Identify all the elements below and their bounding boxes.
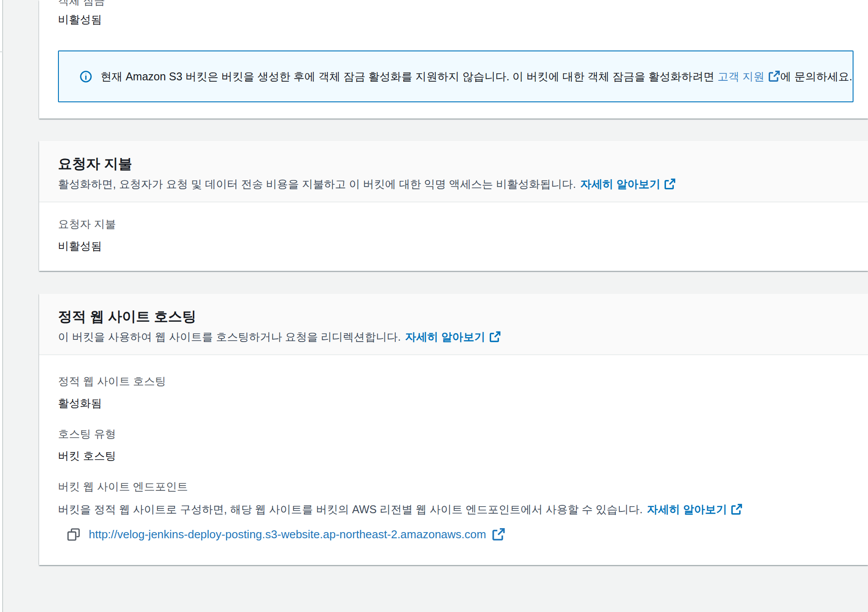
left-panel-divider bbox=[0, 51, 3, 52]
static-hosting-learn-more-link[interactable]: 자세히 알아보기 bbox=[405, 331, 485, 343]
s3-bucket-properties-page: 객체 잠금 비활성됨 현재 Amazon S3 버킷은 버킷을 생성한 후에 객… bbox=[0, 0, 868, 612]
requester-pays-title: 요청자 지불 bbox=[58, 155, 849, 173]
requester-pays-learn-more-link[interactable]: 자세히 알아보기 bbox=[580, 178, 660, 190]
copy-icon[interactable] bbox=[67, 528, 80, 541]
endpoint-learn-more-link[interactable]: 자세히 알아보기 bbox=[647, 503, 727, 515]
requester-pays-description: 활성화하면, 요청자가 요청 및 데이터 전송 비용을 지불하고 이 버킷에 대… bbox=[58, 177, 849, 191]
static-hosting-body: 정적 웹 사이트 호스팅 활성화됨 호스팅 유형 버킷 호스팅 버킷 웹 사이트… bbox=[39, 355, 868, 565]
website-endpoint-label: 버킷 웹 사이트 엔드포인트 bbox=[58, 479, 849, 493]
requester-pays-field: 요청자 지불 비활성됨 bbox=[58, 217, 849, 253]
requester-pays-field-value: 비활성됨 bbox=[58, 239, 849, 253]
object-lock-info-alert: 현재 Amazon S3 버킷은 버킷을 생성한 후에 객체 잠금 활성화를 지… bbox=[58, 50, 854, 102]
website-endpoint-description: 버킷을 정적 웹 사이트로 구성하면, 해당 웹 사이트를 버킷의 AWS 리전… bbox=[58, 502, 849, 516]
external-link-icon[interactable] bbox=[489, 331, 501, 342]
properties-content: 객체 잠금 비활성됨 현재 Amazon S3 버킷은 버킷을 생성한 후에 객… bbox=[39, 0, 868, 565]
static-hosting-header: 정적 웹 사이트 호스팅 이 버킷을 사용하여 웹 사이트를 호스팅하거나 요청… bbox=[39, 294, 868, 355]
website-endpoint-url-row: http://velog-jenkins-deploy-posting.s3-w… bbox=[67, 527, 849, 542]
static-hosting-title: 정적 웹 사이트 호스팅 bbox=[58, 308, 849, 325]
object-lock-status-value: 비활성됨 bbox=[58, 12, 102, 26]
object-lock-label: 객체 잠금 bbox=[58, 0, 105, 7]
hosting-type-value: 버킷 호스팅 bbox=[58, 449, 849, 463]
requester-pays-desc-text: 활성화하면, 요청자가 요청 및 데이터 전송 비용을 지불하고 이 버킷에 대… bbox=[58, 178, 576, 190]
requester-pays-header: 요청자 지불 활성화하면, 요청자가 요청 및 데이터 전송 비용을 지불하고 … bbox=[39, 141, 868, 202]
external-link-icon[interactable] bbox=[492, 528, 505, 541]
alert-text-after: 에 문의하세요. bbox=[780, 70, 852, 83]
hosting-type-label: 호스팅 유형 bbox=[58, 427, 849, 441]
endpoint-desc-text: 버킷을 정적 웹 사이트로 구성하면, 해당 웹 사이트를 버킷의 AWS 리전… bbox=[58, 503, 643, 515]
object-lock-alert-text: 현재 Amazon S3 버킷은 버킷을 생성한 후에 객체 잠금 활성화를 지… bbox=[101, 69, 852, 83]
static-hosting-description: 이 버킷을 사용하여 웹 사이트를 호스팅하거나 요청을 리디렉션합니다.자세히… bbox=[58, 330, 849, 344]
object-lock-card: 객체 잠금 비활성됨 현재 Amazon S3 버킷은 버킷을 생성한 후에 객… bbox=[39, 0, 868, 119]
requester-pays-card: 요청자 지불 활성화하면, 요청자가 요청 및 데이터 전송 비용을 지불하고 … bbox=[39, 141, 868, 271]
static-hosting-status-label: 정적 웹 사이트 호스팅 bbox=[58, 374, 849, 388]
external-link-icon[interactable] bbox=[731, 504, 742, 515]
support-link[interactable]: 고객 지원 bbox=[717, 70, 764, 83]
static-hosting-status-value: 활성화됨 bbox=[58, 396, 849, 410]
external-link-icon[interactable] bbox=[664, 178, 676, 190]
hosting-type-field: 호스팅 유형 버킷 호스팅 bbox=[58, 427, 849, 463]
external-link-icon[interactable] bbox=[768, 70, 780, 82]
static-hosting-card: 정적 웹 사이트 호스팅 이 버킷을 사용하여 웹 사이트를 호스팅하거나 요청… bbox=[39, 294, 868, 565]
static-hosting-desc-text: 이 버킷을 사용하여 웹 사이트를 호스팅하거나 요청을 리디렉션합니다. bbox=[58, 331, 401, 343]
info-icon bbox=[80, 71, 92, 83]
website-endpoint-url-link[interactable]: http://velog-jenkins-deploy-posting.s3-w… bbox=[89, 527, 486, 542]
alert-text-before: 현재 Amazon S3 버킷은 버킷을 생성한 후에 객체 잠금 활성화를 지… bbox=[101, 70, 717, 83]
left-panel-edge bbox=[0, 0, 3, 612]
requester-pays-field-label: 요청자 지불 bbox=[58, 217, 849, 231]
website-endpoint-field: 버킷 웹 사이트 엔드포인트 버킷을 정적 웹 사이트로 구성하면, 해당 웹 … bbox=[58, 479, 849, 542]
requester-pays-body: 요청자 지불 비활성됨 bbox=[39, 202, 868, 271]
static-hosting-status-field: 정적 웹 사이트 호스팅 활성화됨 bbox=[58, 374, 849, 410]
